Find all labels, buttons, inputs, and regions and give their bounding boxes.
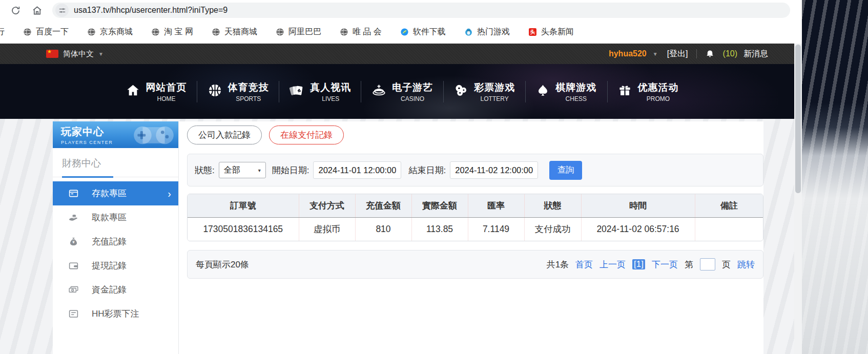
bell-icon[interactable] [705,49,715,59]
bookmark-item[interactable]: 唯 品 会 [340,27,382,37]
cards-icon [289,84,304,100]
end-date-input[interactable] [450,161,538,179]
divider [696,49,697,58]
sidebar-item-deposit[interactable]: 存款專區› [53,181,178,205]
nav-label-en: LOTTERY [481,95,509,102]
main-content: 公司入款記錄在線支付記錄 狀態: 全部 ▾ 開始日期: 結束日期: 查詢 訂單號 [187,121,763,354]
current-page[interactable]: [1] [632,259,645,269]
sidebar-item-moneybag[interactable]: ¥充值記錄 [53,230,178,254]
sidebar-item-label: 提現記錄 [92,260,127,272]
first-page-link[interactable]: 首页 [575,259,593,270]
prev-page-link[interactable]: 上一页 [600,259,626,270]
bookmark-item[interactable]: 行 [0,27,5,37]
record-tabs: 公司入款記錄在線支付記錄 [187,126,763,144]
query-button[interactable]: 查詢 [549,161,582,180]
account-bar: 简体中文 ▼ hyhua520 ▼ [登出] (10) 新消息 [0,44,802,64]
gift-icon [618,84,632,99]
nav-label-zh: 彩票游戏 [474,81,515,94]
table-row: 1730501836134165虚拟币810113.857.1149支付成功20… [188,217,763,241]
site-info-icon[interactable] [55,4,69,17]
pagination-bar: 每頁顯示20條 共1条 首页 上一页 [1] 下一页 第 页 跳转 [187,250,763,279]
chevron-right-icon: › [168,189,171,199]
start-date-input[interactable] [313,161,401,179]
nav-item-text: 优惠活动PROMO [637,81,678,102]
jump-page-input[interactable] [700,258,715,270]
message-count[interactable]: (10) [723,49,737,58]
nav-label-zh: 棋牌游戏 [555,81,596,94]
bookmark-item[interactable]: 百度一下 [23,27,69,37]
globe-icon [276,28,284,36]
jump-link[interactable]: 跳转 [737,259,755,270]
bookmark-item[interactable]: 阿里巴巴 [276,27,321,37]
banknotes-icon [68,284,79,295]
bookmark-item[interactable]: 天猫商城 [212,27,257,37]
language-selector[interactable]: 简体中文 ▼ [46,49,104,59]
spade-icon [536,84,550,99]
status-select[interactable]: 全部 ▾ [219,162,266,178]
message-label[interactable]: 新消息 [743,49,768,59]
china-flag-icon [46,50,58,58]
globe-icon [340,28,348,36]
browser-home-icon[interactable] [29,2,45,18]
page-size-label: 每頁顯示20條 [196,259,249,270]
table-cell: 113.85 [411,217,468,241]
bookmark-item[interactable]: 头头条新闻 [528,27,574,37]
nav-item-promo[interactable]: 优惠活动PROMO [608,81,689,102]
next-page-link[interactable]: 下一页 [652,259,678,270]
nav-item-text: 体育竞技SPORTS [228,81,269,102]
home-icon [126,83,140,100]
section-label: 財務中心 [62,158,101,169]
column-header: 狀態 [524,194,581,217]
tab-online-payment-records[interactable]: 在線支付記錄 [269,126,344,144]
url-text[interactable]: usa137.tv/hhcp/usercenter.html?iniType=9 [74,6,228,15]
logout-link[interactable]: [登出] [667,49,688,59]
bookmark-item[interactable]: 淘 宝 网 [151,27,193,37]
status-select-value: 全部 [224,165,240,176]
nav-item-sports[interactable]: 体育竞技SPORTS [197,81,279,102]
browser-scrollbar[interactable] [794,44,802,354]
nav-item-text: 彩票游戏LOTTERY [474,81,515,102]
penguin-icon [464,28,473,36]
bookmark-label: 天猫商城 [224,27,257,37]
chevron-down-icon: ▾ [258,168,261,173]
column-header: 支付方式 [299,194,355,217]
sidebar-item-betlist[interactable]: HH彩票下注 [53,302,178,326]
nav-item-chess[interactable]: 棋牌游戏CHESS [526,81,607,102]
sidebar-item-label: HH彩票下注 [92,308,139,320]
status-label: 狀態: [195,164,215,176]
table-cell: 1730501836134165 [188,217,299,241]
sidebar-item-withdraw[interactable]: 取款專區 [53,205,178,230]
svg-text:¥: ¥ [72,240,75,244]
nav-item-text: 真人视讯LIVES [310,81,351,102]
end-date-label: 結束日期: [408,164,446,176]
bookmark-label: 京东商城 [100,27,133,37]
nav-item-lottery[interactable]: 彩票游戏LOTTERY [444,81,525,102]
address-bar[interactable]: usa137.tv/hhcp/usercenter.html?iniType=9 [52,3,790,18]
nav-label-zh: 网站首页 [146,81,187,94]
sidebar-item-wallet[interactable]: 提現記錄 [53,254,178,278]
nav-item-home[interactable]: 网站首页HOME [115,81,197,102]
nav-item-text: 电子游艺CASINO [392,81,433,102]
chevron-down-icon[interactable]: ▼ [653,51,658,57]
finance-center-heading: 財務中心 [53,148,178,177]
reload-icon[interactable] [7,2,24,18]
bookmark-item[interactable]: 热门游戏 [464,27,510,37]
bookmark-label: 软件下载 [413,27,446,37]
username[interactable]: hyhua520 [609,49,647,58]
bookmark-item[interactable]: 京东商城 [87,27,133,37]
scrollbar-thumb[interactable] [795,45,801,193]
bookmark-item[interactable]: 软件下载 [400,27,446,37]
tab-company-deposit-records[interactable]: 公司入款記錄 [187,126,262,144]
nav-item-lives[interactable]: 真人视讯LIVES [279,81,361,102]
column-header: 充值金額 [355,194,411,217]
nav-label-en: CASINO [401,95,424,102]
nav-label-zh: 真人视讯 [310,81,351,94]
column-header: 匯率 [468,194,524,217]
bookmark-label: 百度一下 [36,27,69,37]
page-body: 玩家中心 PLAYERS CENTER 財務中心 存款專區›取款專區¥充值記錄提… [0,119,802,354]
withdraw-icon [68,212,79,223]
bookmark-label: 淘 宝 网 [164,27,193,37]
nav-item-casino[interactable]: 电子游艺CASINO [361,81,443,102]
browser-toolbar: usa137.tv/hhcp/usercenter.html?iniType=9 [0,0,802,20]
sidebar-item-banknotes[interactable]: 資金記錄 [53,278,178,302]
